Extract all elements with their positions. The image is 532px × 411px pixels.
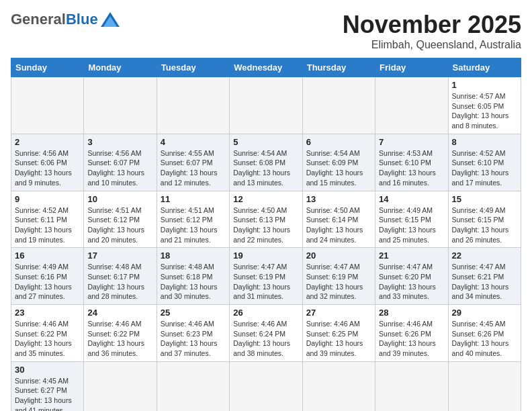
day-info: Sunrise: 4:46 AM Sunset: 6:23 PM Dayligh… [161,319,226,359]
day-info: Sunrise: 4:52 AM Sunset: 6:10 PM Dayligh… [452,148,517,188]
calendar-cell: 7Sunrise: 4:53 AM Sunset: 6:10 PM Daylig… [375,134,448,191]
calendar-cell: 20Sunrise: 4:47 AM Sunset: 6:19 PM Dayli… [302,248,375,305]
day-info: Sunrise: 4:47 AM Sunset: 6:21 PM Dayligh… [452,262,517,302]
calendar-cell: 10Sunrise: 4:51 AM Sunset: 6:12 PM Dayli… [84,191,157,248]
day-number: 1 [452,80,517,90]
calendar-cell: 4Sunrise: 4:55 AM Sunset: 6:07 PM Daylig… [157,134,229,191]
day-number: 12 [233,194,298,204]
day-info: Sunrise: 4:49 AM Sunset: 6:15 PM Dayligh… [379,205,444,245]
weekday-header-wednesday: Wednesday [230,58,302,77]
day-info: Sunrise: 4:47 AM Sunset: 6:20 PM Dayligh… [379,262,444,302]
day-number: 3 [87,137,152,147]
week-row-5: 23Sunrise: 4:46 AM Sunset: 6:22 PM Dayli… [11,305,521,362]
day-info: Sunrise: 4:56 AM Sunset: 6:07 PM Dayligh… [87,148,152,188]
calendar-cell [230,77,302,134]
day-number: 28 [379,308,444,318]
calendar-cell: 24Sunrise: 4:46 AM Sunset: 6:22 PM Dayli… [84,305,157,362]
day-number: 23 [15,308,80,318]
weekday-header-friday: Friday [375,58,448,77]
calendar-cell: 19Sunrise: 4:47 AM Sunset: 6:19 PM Dayli… [230,248,302,305]
day-number: 4 [161,137,226,147]
day-number: 8 [452,137,517,147]
day-number: 25 [161,308,226,318]
day-info: Sunrise: 4:46 AM Sunset: 6:22 PM Dayligh… [87,319,152,359]
day-number: 20 [306,250,371,261]
logo-icon [101,12,120,27]
weekday-header-sunday: Sunday [11,58,84,77]
calendar-cell: 30Sunrise: 4:45 AM Sunset: 6:27 PM Dayli… [11,361,84,411]
day-info: Sunrise: 4:47 AM Sunset: 6:19 PM Dayligh… [306,262,371,302]
calendar-cell: 17Sunrise: 4:48 AM Sunset: 6:17 PM Dayli… [84,248,157,305]
day-number: 27 [306,308,371,318]
logo: General Blue [11,11,120,28]
month-title: November 2025 [343,11,521,39]
calendar-cell: 2Sunrise: 4:56 AM Sunset: 6:06 PM Daylig… [11,134,84,191]
day-info: Sunrise: 4:57 AM Sunset: 6:05 PM Dayligh… [452,91,517,131]
logo-blue-text: Blue [66,11,98,28]
calendar-cell: 12Sunrise: 4:50 AM Sunset: 6:13 PM Dayli… [230,191,302,248]
calendar-cell: 8Sunrise: 4:52 AM Sunset: 6:10 PM Daylig… [448,134,521,191]
day-info: Sunrise: 4:51 AM Sunset: 6:12 PM Dayligh… [161,205,226,245]
day-number: 7 [379,137,444,147]
calendar-cell: 25Sunrise: 4:46 AM Sunset: 6:23 PM Dayli… [157,305,229,362]
calendar-cell: 26Sunrise: 4:46 AM Sunset: 6:24 PM Dayli… [230,305,302,362]
calendar-cell [84,77,157,134]
day-number: 11 [161,194,226,204]
week-row-6: 30Sunrise: 4:45 AM Sunset: 6:27 PM Dayli… [11,361,521,411]
day-number: 21 [379,250,444,261]
day-number: 17 [87,250,152,261]
day-info: Sunrise: 4:49 AM Sunset: 6:16 PM Dayligh… [15,262,80,302]
weekday-header-thursday: Thursday [302,58,375,77]
day-info: Sunrise: 4:45 AM Sunset: 6:27 PM Dayligh… [15,376,80,411]
page-header: General Blue November 2025 Elimbah, Quee… [11,11,521,51]
week-row-1: 1Sunrise: 4:57 AM Sunset: 6:05 PM Daylig… [11,77,521,134]
day-number: 9 [15,194,80,204]
calendar-cell [302,77,375,134]
day-info: Sunrise: 4:53 AM Sunset: 6:10 PM Dayligh… [379,148,444,188]
week-row-4: 16Sunrise: 4:49 AM Sunset: 6:16 PM Dayli… [11,248,521,305]
calendar-cell [448,361,521,411]
calendar-cell: 14Sunrise: 4:49 AM Sunset: 6:15 PM Dayli… [375,191,448,248]
day-info: Sunrise: 4:54 AM Sunset: 6:08 PM Dayligh… [233,148,298,188]
calendar-cell: 3Sunrise: 4:56 AM Sunset: 6:07 PM Daylig… [84,134,157,191]
day-info: Sunrise: 4:46 AM Sunset: 6:25 PM Dayligh… [306,319,371,359]
day-info: Sunrise: 4:55 AM Sunset: 6:07 PM Dayligh… [161,148,226,188]
day-info: Sunrise: 4:48 AM Sunset: 6:17 PM Dayligh… [87,262,152,302]
calendar-cell: 28Sunrise: 4:46 AM Sunset: 6:26 PM Dayli… [375,305,448,362]
location-title: Elimbah, Queensland, Australia [343,39,521,51]
calendar-cell: 27Sunrise: 4:46 AM Sunset: 6:25 PM Dayli… [302,305,375,362]
calendar-cell [302,361,375,411]
week-row-3: 9Sunrise: 4:52 AM Sunset: 6:11 PM Daylig… [11,191,521,248]
day-info: Sunrise: 4:52 AM Sunset: 6:11 PM Dayligh… [15,205,80,245]
day-number: 30 [15,365,80,375]
day-info: Sunrise: 4:45 AM Sunset: 6:26 PM Dayligh… [452,319,517,359]
calendar-cell: 23Sunrise: 4:46 AM Sunset: 6:22 PM Dayli… [11,305,84,362]
day-number: 22 [452,250,517,261]
day-number: 5 [233,137,298,147]
calendar-cell [84,361,157,411]
calendar-cell: 22Sunrise: 4:47 AM Sunset: 6:21 PM Dayli… [448,248,521,305]
calendar-cell [157,361,229,411]
day-info: Sunrise: 4:46 AM Sunset: 6:26 PM Dayligh… [379,319,444,359]
calendar-cell: 15Sunrise: 4:49 AM Sunset: 6:15 PM Dayli… [448,191,521,248]
day-info: Sunrise: 4:50 AM Sunset: 6:14 PM Dayligh… [306,205,371,245]
day-number: 13 [306,194,371,204]
calendar-cell: 29Sunrise: 4:45 AM Sunset: 6:26 PM Dayli… [448,305,521,362]
week-row-2: 2Sunrise: 4:56 AM Sunset: 6:06 PM Daylig… [11,134,521,191]
day-number: 14 [379,194,444,204]
day-info: Sunrise: 4:48 AM Sunset: 6:18 PM Dayligh… [161,262,226,302]
day-number: 15 [452,194,517,204]
logo-general-text: General [11,11,66,28]
day-info: Sunrise: 4:56 AM Sunset: 6:06 PM Dayligh… [15,148,80,188]
calendar-cell: 13Sunrise: 4:50 AM Sunset: 6:14 PM Dayli… [302,191,375,248]
day-info: Sunrise: 4:46 AM Sunset: 6:24 PM Dayligh… [233,319,298,359]
day-number: 29 [452,308,517,318]
day-info: Sunrise: 4:51 AM Sunset: 6:12 PM Dayligh… [87,205,152,245]
calendar-cell: 9Sunrise: 4:52 AM Sunset: 6:11 PM Daylig… [11,191,84,248]
weekday-header-row: SundayMondayTuesdayWednesdayThursdayFrid… [11,58,521,77]
day-number: 26 [233,308,298,318]
weekday-header-saturday: Saturday [448,58,521,77]
day-info: Sunrise: 4:50 AM Sunset: 6:13 PM Dayligh… [233,205,298,245]
calendar-cell: 11Sunrise: 4:51 AM Sunset: 6:12 PM Dayli… [157,191,229,248]
calendar-cell: 5Sunrise: 4:54 AM Sunset: 6:08 PM Daylig… [230,134,302,191]
